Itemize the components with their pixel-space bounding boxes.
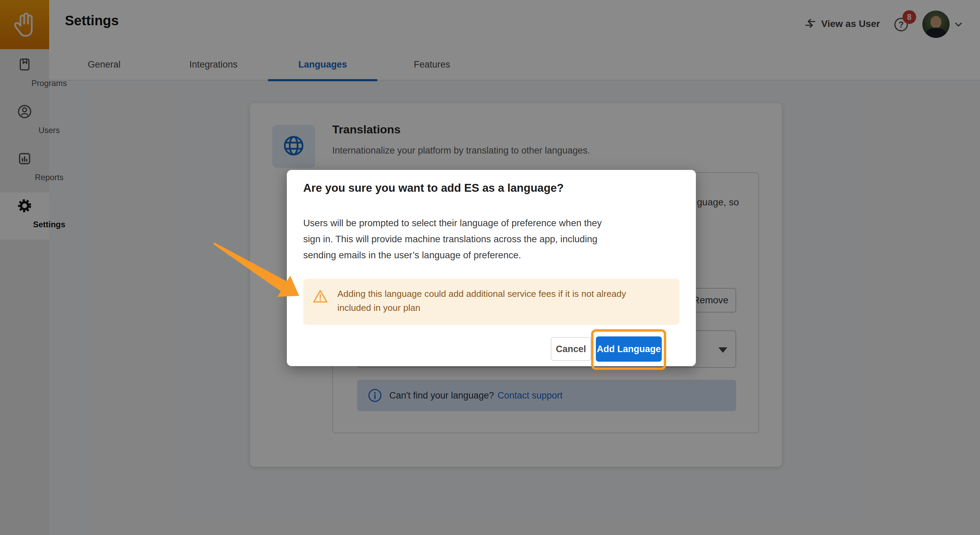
warning-triangle-icon bbox=[313, 289, 328, 304]
service-fee-warning: Adding this language could add additiona… bbox=[303, 279, 679, 325]
app-root: Programs Users Reports bbox=[0, 0, 980, 535]
dialog-body-line: sending emails in the user’s language of… bbox=[303, 247, 682, 263]
warning-text-line: included in your plan bbox=[337, 301, 672, 315]
cancel-button[interactable]: Cancel bbox=[551, 337, 591, 361]
dialog-body-line: sign in. This will provide machine trans… bbox=[303, 231, 682, 247]
dialog-body-line: Users will be prompted to select their l… bbox=[303, 215, 682, 231]
dialog-body: Users will be prompted to select their l… bbox=[303, 215, 682, 263]
add-language-button[interactable]: Add Language bbox=[596, 337, 662, 362]
confirm-add-language-dialog: Are you sure you want to add ES as a lan… bbox=[287, 170, 696, 366]
dialog-title: Are you sure you want to add ES as a lan… bbox=[303, 181, 564, 194]
warning-text: Adding this language could add additiona… bbox=[337, 287, 672, 315]
warning-text-line: Adding this language could add additiona… bbox=[337, 287, 672, 301]
